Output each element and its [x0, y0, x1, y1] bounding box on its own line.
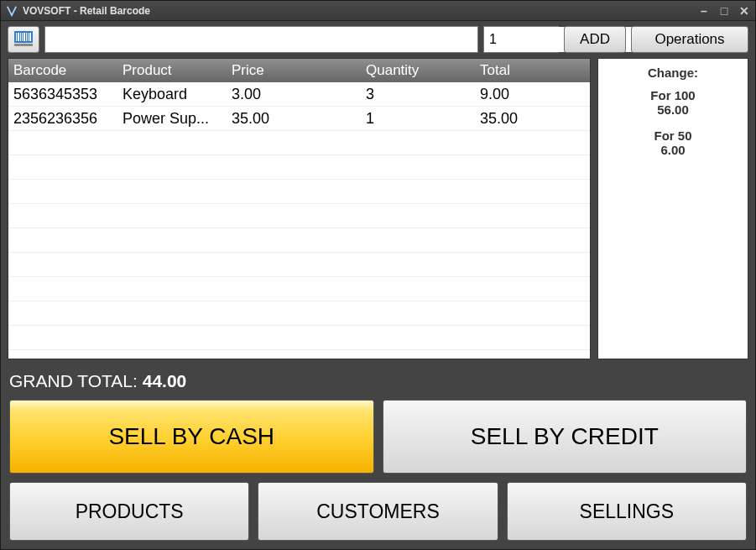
- empty-row: [8, 228, 590, 253]
- change-block: For 506.00: [602, 128, 744, 157]
- table-header: Barcode Product Price Quantity Total: [8, 59, 590, 82]
- items-table: Barcode Product Price Quantity Total 563…: [8, 58, 591, 359]
- change-block: For 10056.00: [602, 88, 744, 117]
- table-row[interactable]: 5636345353Keyboard3.0039.00: [8, 82, 590, 107]
- svg-rect-3: [20, 33, 21, 41]
- change-heading: Change:: [602, 65, 744, 80]
- nav-row: PRODUCTS CUSTOMERS SELLINGS: [1, 482, 755, 549]
- sell-row: SELL BY CASH SELL BY CREDIT: [1, 400, 755, 482]
- column-header-product[interactable]: Product: [117, 62, 227, 79]
- change-value: 56.00: [602, 102, 744, 117]
- empty-row: [8, 253, 590, 277]
- sell-by-credit-button[interactable]: SELL BY CREDIT: [383, 400, 748, 474]
- column-header-price[interactable]: Price: [227, 62, 361, 79]
- barcode-scan-button[interactable]: [8, 26, 39, 53]
- cell-product: Keyboard: [117, 86, 227, 103]
- sellings-button[interactable]: SELLINGS: [507, 482, 747, 541]
- empty-row: [8, 155, 590, 180]
- close-button[interactable]: ✕: [738, 5, 750, 17]
- empty-row: [8, 301, 590, 326]
- app-window: VOVSOFT - Retail Barcode – □ ✕: [0, 0, 756, 550]
- grand-total-label: GRAND TOTAL:: [9, 371, 143, 390]
- barcode-input[interactable]: [44, 26, 478, 53]
- titlebar: VOVSOFT - Retail Barcode – □ ✕: [1, 1, 755, 21]
- change-label: For 50: [602, 128, 744, 143]
- cell-price: 3.00: [227, 86, 361, 103]
- add-button[interactable]: ADD: [564, 26, 626, 53]
- maximize-button[interactable]: □: [718, 5, 730, 17]
- app-logo-icon: [6, 5, 18, 17]
- cell-quantity: 1: [361, 110, 475, 128]
- svg-rect-9: [14, 44, 33, 46]
- svg-rect-4: [22, 33, 23, 41]
- cell-barcode: 5636345353: [8, 86, 117, 103]
- cell-total: 9.00: [475, 86, 590, 103]
- table-body: 5636345353Keyboard3.0039.002356236356Pow…: [8, 82, 590, 359]
- empty-row: [8, 277, 590, 301]
- empty-row: [8, 131, 590, 155]
- window-title: VOVSOFT - Retail Barcode: [23, 5, 698, 17]
- column-header-quantity[interactable]: Quantity: [361, 62, 475, 79]
- minimize-button[interactable]: –: [698, 5, 710, 17]
- cell-product: Power Sup...: [117, 110, 227, 128]
- svg-rect-5: [23, 33, 25, 41]
- svg-rect-6: [26, 33, 27, 41]
- cell-price: 35.00: [227, 110, 361, 128]
- quantity-stepper[interactable]: ▲ ▼: [483, 26, 559, 53]
- change-panel: Change: For 10056.00For 506.00: [597, 58, 748, 359]
- barcode-icon: [14, 31, 33, 49]
- svg-rect-7: [28, 33, 29, 41]
- sell-by-cash-button[interactable]: SELL BY CASH: [9, 400, 374, 474]
- cell-total: 35.00: [475, 110, 590, 128]
- svg-rect-8: [29, 33, 31, 41]
- svg-rect-1: [16, 33, 17, 41]
- column-header-barcode[interactable]: Barcode: [8, 62, 117, 79]
- operations-button[interactable]: Operations: [631, 26, 748, 53]
- cell-quantity: 3: [361, 86, 475, 103]
- svg-rect-2: [18, 33, 19, 41]
- grand-total: GRAND TOTAL: 44.00: [1, 366, 755, 400]
- column-header-total[interactable]: Total: [475, 62, 590, 79]
- input-toolbar: ▲ ▼ ADD Operations: [1, 21, 755, 58]
- empty-row: [8, 204, 590, 228]
- change-label: For 100: [602, 88, 744, 102]
- table-row[interactable]: 2356236356Power Sup...35.00135.00: [8, 107, 590, 131]
- change-value: 6.00: [602, 143, 744, 157]
- grand-total-value: 44.00: [143, 371, 187, 390]
- empty-row: [8, 326, 590, 350]
- products-button[interactable]: PRODUCTS: [9, 482, 249, 541]
- customers-button[interactable]: CUSTOMERS: [258, 482, 498, 541]
- content-area: Barcode Product Price Quantity Total 563…: [1, 58, 755, 366]
- window-controls: – □ ✕: [698, 5, 750, 17]
- cell-barcode: 2356236356: [8, 110, 117, 128]
- empty-row: [8, 180, 590, 204]
